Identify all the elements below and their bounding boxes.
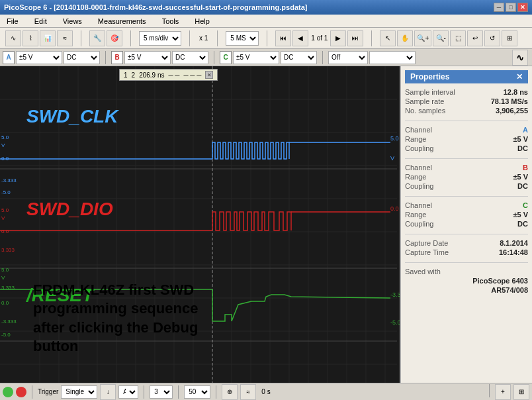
channel-a-group: A ±5 V DC (1, 51, 101, 64)
cursor-arrow[interactable]: ↖ (380, 30, 396, 46)
trigger-source-select[interactable]: A (118, 385, 138, 399)
menu-views[interactable]: Views (59, 16, 86, 26)
channel-a-label[interactable]: A (3, 51, 15, 64)
cursor-hand[interactable]: ✋ (397, 30, 413, 46)
svg-text:V: V (390, 155, 394, 162)
math-button[interactable]: ∿ (512, 50, 528, 66)
time-display: 0 s (261, 388, 270, 395)
annotation-text: FRDM-KL46Z first SWD programming sequenc… (33, 281, 205, 356)
time-per-div-select[interactable]: 5 ms/div (139, 31, 181, 46)
zoom-in[interactable]: 🔍+ (414, 30, 431, 46)
toolbar-icon-5[interactable]: 🔧 (89, 30, 105, 46)
properties-close-button[interactable]: ✕ (516, 72, 523, 81)
nav-next[interactable]: ▶ (330, 30, 346, 46)
status-bar: Trigger Single ↓ A 3 V 50 % ⊕ ≈ 0 s + ⊞ (0, 383, 532, 400)
channel-off-select[interactable]: Off (328, 51, 368, 64)
menu-tools[interactable]: Tools (158, 16, 183, 26)
maximize-button[interactable]: □ (506, 3, 516, 12)
zoom-select[interactable]: 50 % (184, 385, 210, 399)
scope-icon-2[interactable]: ≈ (240, 384, 256, 400)
no-samples-row: No. samples 3,906,255 (405, 106, 528, 115)
svg-text:0.0: 0.0 (1, 228, 9, 234)
channel-b-range[interactable]: ±5 V (124, 51, 171, 64)
nav-first[interactable]: ⏮ (275, 30, 291, 46)
ch-c-range-row: Range ±5 V (405, 210, 528, 219)
no-samples-label: No. samples (405, 107, 445, 115)
minimize-button[interactable]: ─ (494, 3, 504, 12)
channel-d-range[interactable] (369, 51, 416, 64)
zoom-fit[interactable]: ↩ (467, 30, 483, 46)
svg-text:3.333: 3.333 (1, 247, 15, 253)
scope-icon-1[interactable]: ⊕ (222, 384, 238, 400)
svg-text:3.333: 3.333 (1, 285, 15, 291)
channel-b-coupling[interactable]: DC (172, 51, 208, 64)
svg-text:V: V (1, 215, 5, 221)
zoom-reset[interactable]: ↺ (484, 30, 500, 46)
channel-a-coupling[interactable]: DC (64, 51, 100, 64)
samples-select[interactable]: 5 MS (226, 31, 259, 46)
svg-text:-3.333: -3.333 (1, 177, 17, 183)
svg-text:5.0: 5.0 (1, 207, 9, 213)
zoom-custom-button[interactable]: ⊞ (513, 384, 529, 400)
channel-b-props: Channel B Range ±5 V Coupling DC (405, 163, 528, 191)
ch-a-coupling-row: Coupling DC (405, 144, 528, 153)
scope-view[interactable]: 5.0 V 0.0 -3.333 -5.0 (0, 66, 400, 383)
properties-title: Properties (410, 72, 449, 81)
svg-text:-5.0: -5.0 (1, 189, 11, 195)
trigger-voltage-select[interactable]: 3 V (150, 385, 173, 399)
zoom-marker-2: 2 (132, 72, 136, 79)
zoom-close-button[interactable]: ✕ (205, 71, 213, 79)
no-samples-value: 3,906,255 (496, 107, 528, 115)
properties-panel: Properties ✕ Sample interval 12.8 ns Sam… (400, 66, 532, 383)
channel-c-label[interactable]: C (220, 51, 232, 64)
add-note-button[interactable]: + (495, 384, 511, 400)
channel-a-range[interactable]: ±5 V (16, 51, 62, 64)
svg-text:5.0: 5.0 (1, 267, 9, 273)
menu-measurements[interactable]: Measurements (94, 16, 150, 26)
tool-extra[interactable]: ⊞ (502, 30, 517, 46)
trigger-label: Trigger (38, 388, 58, 395)
svg-text:-5.0: -5.0 (390, 319, 400, 326)
sample-interval-value: 12.8 ns (504, 88, 528, 96)
capture-time-row: Capture Time 16:14:48 (405, 248, 528, 257)
menu-help[interactable]: Help (191, 16, 214, 26)
serial-row: AR574/008 (405, 285, 528, 295)
channel-c-group: C ±5 V DC (218, 51, 318, 64)
title-bar: PicoScope 6 - [20140108-0001-frdm-kl46z-… (0, 0, 532, 15)
trigger-icon[interactable]: ↓ (100, 384, 116, 400)
ch-b-coupling-row: Coupling DC (405, 181, 528, 191)
zoom-out[interactable]: 🔍- (433, 30, 449, 46)
toolbar-icon-2[interactable]: ⌇ (22, 30, 38, 46)
nav-prev[interactable]: ◀ (292, 30, 308, 46)
svg-text:0.0: 0.0 (1, 300, 9, 306)
svg-text:V: V (1, 275, 5, 281)
properties-stats-section: Sample interval 12.8 ns Sample rate 78.1… (405, 87, 528, 115)
zoom-panel: 1 2 206.9 ns ─ ─ ─ ─ ─ ✕ (119, 69, 218, 81)
channel-c-props: Channel C Range ±5 V Coupling DC (405, 201, 528, 228)
svg-text:-3.333: -3.333 (390, 291, 400, 298)
channel-c-coupling[interactable]: DC (281, 51, 317, 64)
channel-c-range[interactable]: ±5 V (233, 51, 279, 64)
toolbar-icon-1[interactable]: ∿ (5, 30, 21, 46)
svg-text:-5.0: -5.0 (1, 332, 11, 338)
menu-file[interactable]: File (3, 16, 22, 26)
sample-rate-row: Sample rate 78.13 MS/s (405, 97, 528, 106)
nav-last[interactable]: ⏭ (347, 30, 363, 46)
ch-c-channel-row: Channel C (405, 201, 528, 210)
menu-edit[interactable]: Edit (30, 16, 51, 26)
toolbar-icon-3[interactable]: 📊 (40, 30, 56, 46)
zoom-box[interactable]: ⬚ (450, 30, 466, 46)
properties-header: Properties ✕ (405, 70, 528, 83)
channel-b-label[interactable]: B (111, 51, 123, 64)
toolbar-icon-4[interactable]: ≈ (57, 30, 73, 46)
toolbar-icon-6[interactable]: 🎯 (107, 30, 122, 46)
saved-with-row: Saved with (405, 267, 528, 276)
toolbar: ∿ ⌇ 📊 ≈ 🔧 🎯 5 ms/div x 1 5 MS ⏮ ◀ 1 of 1… (0, 28, 532, 49)
sample-interval-label: Sample interval (405, 88, 455, 96)
svg-text:5.0: 5.0 (390, 135, 399, 142)
close-button[interactable]: ✕ (517, 3, 528, 12)
capture-date-row: Capture Date 8.1.2014 (405, 238, 528, 248)
zoom-val1: ─ ─ (169, 72, 180, 79)
trigger-mode-select[interactable]: Single (61, 385, 97, 399)
clk-label: SWD_CLK (26, 106, 118, 127)
